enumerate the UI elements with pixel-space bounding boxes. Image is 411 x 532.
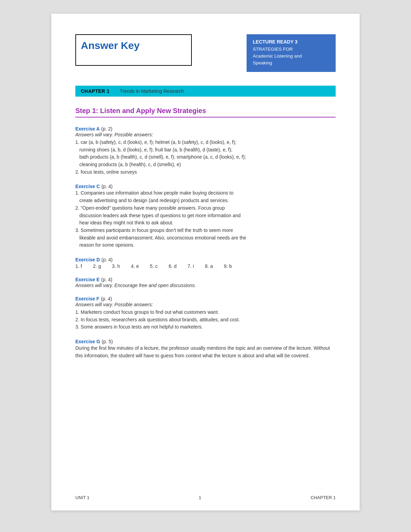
exercise-d-page: (p. 4) <box>101 257 113 262</box>
exercise-d-answer-5: 5. c <box>150 263 158 269</box>
exercise-d-answer-3: 3. h <box>112 263 120 269</box>
book-title: LECTURE READY 3 <box>253 39 329 45</box>
exercise-g: Exercise G (p. 5) During the first few m… <box>75 338 336 359</box>
exercise-a-header: Exercise A (p. 2) <box>75 126 336 132</box>
exercise-a-item2: 2. focus tests, online surveys <box>75 169 336 176</box>
exercise-f-item3: 3. Some answers in focus tests are not h… <box>75 323 336 331</box>
exercise-a-page: (p. 2) <box>101 126 113 132</box>
exercise-e-page: (p. 4) <box>101 277 112 282</box>
exercise-e-italic: Answers will vary. Encourage free and op… <box>75 283 336 288</box>
exercise-d-answer-6: 6. d <box>169 263 176 269</box>
exercise-g-page: (p. 5) <box>102 339 113 344</box>
exercise-a-italic: Answers will vary. Possible answers: <box>75 132 336 137</box>
exercise-a-item1: 1. car (a, b (safety), c, d (looks), e, … <box>75 139 336 169</box>
page: Answer Key LECTURE READY 3 STRATEGIES FO… <box>51 14 360 510</box>
exercise-d-answer-9: 9. b <box>224 263 232 269</box>
exercise-d-answers: 1. f 2. g 3. h 4. e 5. c 6. d 7. i 8. a … <box>75 263 336 269</box>
exercise-d-answer-8: 8. a <box>205 263 213 269</box>
exercise-e-header: Exercise E (p. 4) <box>75 276 336 283</box>
exercise-g-body: During the first few minutes of a lectur… <box>75 345 336 359</box>
answer-key-box: Answer Key <box>75 34 192 66</box>
exercise-c-item2: 2. "Open-ended" questions have many poss… <box>75 205 336 227</box>
exercise-a-label: Exercise A <box>75 126 100 132</box>
exercise-d-answer-4: 4. e <box>131 263 139 269</box>
exercise-d-answer-7: 7. i <box>187 263 194 269</box>
exercise-d: Exercise D (p. 4) 1. f 2. g 3. h 4. e 5.… <box>75 257 336 269</box>
exercise-f-header: Exercise F (p. 4) <box>75 296 336 302</box>
book-subtitle: STRATEGIES FORAcademic Listening andSpea… <box>253 47 302 65</box>
exercise-f: Exercise F (p. 4) Answers will vary. Pos… <box>75 296 336 331</box>
exercise-a: Exercise A (p. 2) Answers will vary. Pos… <box>75 126 336 176</box>
footer-chapter: CHAPTER 1 <box>311 495 336 500</box>
exercise-f-label: Exercise F <box>75 296 99 301</box>
answer-key-title: Answer Key <box>81 40 140 51</box>
exercise-f-item1: 1. Marketers conduct focus groups to fin… <box>75 309 336 316</box>
exercise-c-page: (p. 4) <box>101 184 113 189</box>
header: Answer Key LECTURE READY 3 STRATEGIES FO… <box>75 34 336 72</box>
exercise-d-answer-2: 2. g <box>93 263 101 269</box>
exercise-f-item2: 2. In focus tests, researchers ask quest… <box>75 316 336 324</box>
chapter-title: Trends in Marketing Research <box>120 88 184 94</box>
footer-unit: UNIT 1 <box>75 495 89 500</box>
exercise-c: Exercise C (p. 4) 1. Companies use infor… <box>75 183 336 249</box>
exercise-f-page: (p. 4) <box>101 296 112 301</box>
exercise-c-item1: 1. Companies use information about how p… <box>75 189 336 204</box>
exercise-e-label: Exercise E <box>75 277 100 282</box>
footer-page-num: 1 <box>199 495 201 500</box>
step-heading: Step 1: Listen and Apply New Strategies <box>75 107 336 117</box>
exercise-g-label: Exercise G <box>75 339 100 344</box>
exercise-f-italic: Answers will vary. Possible answers: <box>75 302 336 307</box>
exercise-c-header: Exercise C (p. 4) <box>75 183 336 189</box>
exercise-d-label: Exercise D <box>75 257 100 262</box>
chapter-bar: CHAPTER 1 Trends in Marketing Research <box>75 86 336 97</box>
chapter-label: CHAPTER 1 <box>81 88 110 94</box>
exercise-c-label: Exercise C <box>75 184 100 189</box>
book-info-box: LECTURE READY 3 STRATEGIES FORAcademic L… <box>247 34 336 72</box>
exercise-e: Exercise E (p. 4) Answers will vary. Enc… <box>75 276 336 288</box>
exercise-d-answer-1: 1. f <box>75 263 82 269</box>
page-footer: UNIT 1 1 CHAPTER 1 <box>75 495 336 500</box>
exercise-g-header: Exercise G (p. 5) <box>75 338 336 345</box>
exercise-c-item3: 3. Sometimes participants in focus group… <box>75 227 336 249</box>
exercise-d-header: Exercise D (p. 4) <box>75 257 336 263</box>
